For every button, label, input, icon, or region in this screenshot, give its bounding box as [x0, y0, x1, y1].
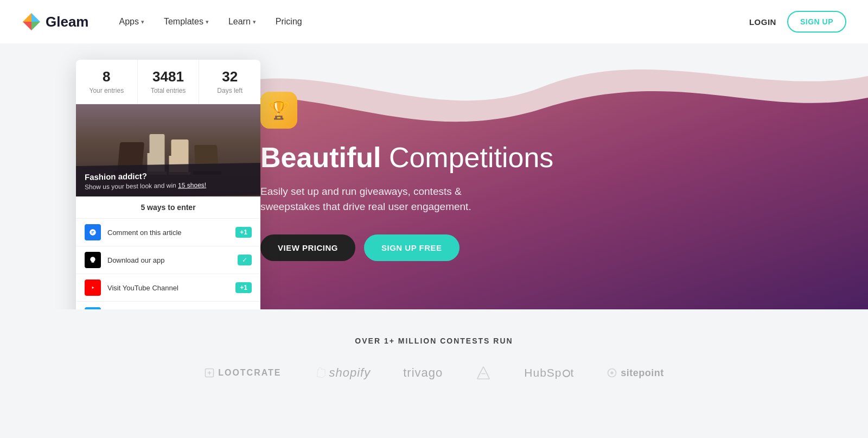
nav-learn[interactable]: Learn ▾ — [220, 12, 265, 31]
brands-section: OVER 1+ MILLION CONTESTS RUN LOOTCRATE s… — [0, 309, 868, 408]
brand-lootcrate: LOOTCRATE — [204, 367, 281, 378]
nav-templates[interactable]: Templates ▾ — [155, 12, 218, 31]
widget-preview: 8 Your entries 3481 Total entries 32 Day… — [76, 60, 260, 309]
svg-point-0 — [90, 229, 96, 236]
gleam-logo-icon — [22, 12, 41, 31]
signup-button[interactable]: SIGN UP — [787, 11, 846, 33]
logo[interactable]: Gleam — [22, 12, 89, 31]
entry-badge-comment: +1 — [235, 227, 252, 238]
nav-apps[interactable]: Apps ▾ — [111, 12, 153, 31]
widget-banner: Fashion addict? Show us your best look a… — [76, 163, 260, 196]
entry-app[interactable]: Download our app ✓ — [76, 246, 260, 274]
stat-your-entries: 8 Your entries — [76, 60, 138, 104]
brands-list: LOOTCRATE shopify trivago HubSpt — [22, 365, 846, 381]
header: Gleam Apps ▾ Templates ▾ Learn ▾ Pricing… — [0, 0, 868, 43]
banner-link: 15 shoes! — [178, 181, 206, 189]
stat-total-entries: 3481 Total entries — [138, 60, 200, 104]
brand-hubspot: HubSpt — [524, 366, 574, 379]
hero-content: 🏆 Beautiful Competitions Easily set up a… — [217, 43, 868, 309]
entry-icon-comment — [85, 224, 101, 240]
entry-label-app: Download our app — [107, 256, 231, 264]
nav-pricing[interactable]: Pricing — [267, 12, 311, 31]
entry-icon-youtube — [85, 280, 101, 296]
brand-trivago: trivago — [403, 366, 443, 380]
hero-subtext: Easily set up and run giveaways, contest… — [260, 184, 542, 215]
brand-razer — [475, 365, 492, 381]
apps-chevron-icon: ▾ — [141, 18, 144, 26]
entry-icon-app — [85, 252, 101, 268]
view-pricing-button[interactable]: VIEW PRICING — [260, 234, 355, 261]
entry-comment[interactable]: Comment on this article +1 — [76, 219, 260, 246]
widget-contest-image: Fashion addict? Show us your best look a… — [76, 104, 260, 196]
brands-title: OVER 1+ MILLION CONTESTS RUN — [22, 337, 846, 345]
brand-shopify: shopify — [314, 366, 371, 380]
login-button[interactable]: LOGIN — [749, 17, 776, 27]
header-actions: LOGIN SIGN UP — [749, 11, 846, 33]
entry-icon-twitter — [85, 307, 101, 309]
learn-chevron-icon: ▾ — [253, 18, 256, 26]
hero-buttons: VIEW PRICING SIGN UP FREE — [260, 234, 825, 261]
entry-label-youtube: Visit YouTube Channel — [107, 284, 229, 292]
entry-twitter[interactable]: Follow on Twitter +1 — [76, 302, 260, 309]
main-nav: Apps ▾ Templates ▾ Learn ▾ Pricing — [111, 12, 749, 31]
brand-sitepoint: sitepoint — [607, 367, 664, 379]
trophy-icon: 🏆 — [268, 100, 290, 120]
widget-stats: 8 Your entries 3481 Total entries 32 Day… — [76, 60, 260, 104]
stat-days-left: 32 Days left — [199, 60, 260, 104]
entry-label-comment: Comment on this article — [107, 228, 229, 237]
entry-badge-app: ✓ — [238, 255, 252, 265]
templates-chevron-icon: ▾ — [206, 18, 209, 26]
entry-badge-youtube: +1 — [235, 282, 252, 293]
logo-text: Gleam — [46, 14, 89, 30]
widget-ways-label: 5 ways to enter — [76, 196, 260, 219]
signup-free-button[interactable]: SIGN UP FREE — [364, 234, 459, 261]
svg-marker-1 — [92, 287, 94, 289]
entry-youtube[interactable]: Visit YouTube Channel +1 — [76, 274, 260, 302]
hero-section: 🏆 Beautiful Competitions Easily set up a… — [0, 43, 868, 309]
trophy-icon-container: 🏆 — [260, 92, 297, 129]
hero-headline: Beautiful Competitions — [260, 142, 825, 174]
